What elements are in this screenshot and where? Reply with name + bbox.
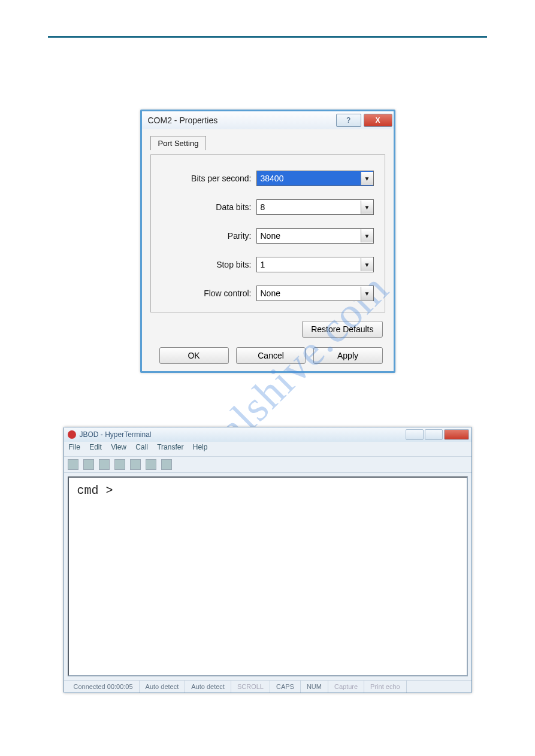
titlebar: JBOD - HyperTerminal <box>64 427 471 442</box>
flow-control-combo[interactable]: None ▼ <box>256 286 374 301</box>
toolbar-icon[interactable] <box>114 459 125 470</box>
menu-help[interactable]: Help <box>193 443 208 451</box>
window-title: JBOD - HyperTerminal <box>80 430 406 439</box>
help-button[interactable]: ? <box>336 114 361 127</box>
toolbar-icon[interactable] <box>99 459 110 470</box>
close-icon: X <box>375 116 380 125</box>
maximize-button[interactable] <box>425 429 443 440</box>
data-bits-label: Data bits: <box>162 202 256 212</box>
hyperterminal-window: JBOD - HyperTerminal File Edit View Call… <box>64 427 472 693</box>
toolbar <box>64 457 471 473</box>
terminal-prompt: cmd > <box>77 484 113 497</box>
toolbar-icon[interactable] <box>146 459 156 470</box>
chevron-down-icon: ▼ <box>361 287 373 300</box>
toolbar-icon[interactable] <box>68 459 78 470</box>
help-icon: ? <box>346 116 350 125</box>
settings-group: Bits per second: 38400 ▼ Data bits: 8 ▼ … <box>150 154 385 312</box>
menu-call[interactable]: Call <box>135 443 148 451</box>
stop-bits-value: 1 <box>257 260 361 269</box>
parity-label: Parity: <box>162 231 256 241</box>
cancel-button[interactable]: Cancel <box>236 347 306 364</box>
status-bar: Connected 00:00:05 Auto detect Auto dete… <box>64 680 471 693</box>
window-title: COM2 - Properties <box>148 116 335 125</box>
flow-control-label: Flow control: <box>162 289 256 298</box>
menu-view[interactable]: View <box>111 443 126 451</box>
parity-value: None <box>257 231 361 241</box>
toolbar-icon[interactable] <box>161 459 172 470</box>
terminal-output[interactable]: cmd > <box>68 476 468 676</box>
menu-bar: File Edit View Call Transfer Help <box>64 442 471 457</box>
apply-button[interactable]: Apply <box>313 347 383 364</box>
menu-edit[interactable]: Edit <box>89 443 102 451</box>
toolbar-icon[interactable] <box>130 459 141 470</box>
flow-control-value: None <box>257 289 361 298</box>
restore-defaults-button[interactable]: Restore Defaults <box>302 321 382 338</box>
status-capture: Capture <box>328 681 364 693</box>
chevron-down-icon: ▼ <box>361 258 373 271</box>
bits-per-second-value: 38400 <box>257 174 361 183</box>
bits-per-second-label: Bits per second: <box>162 174 256 183</box>
status-scroll: SCROLL <box>231 681 270 693</box>
chevron-down-icon: ▼ <box>361 172 373 185</box>
header-rule <box>48 36 487 38</box>
chevron-down-icon: ▼ <box>361 201 373 214</box>
close-button[interactable] <box>444 429 469 440</box>
chevron-down-icon: ▼ <box>361 229 373 242</box>
status-caps: CAPS <box>270 681 301 693</box>
status-num: NUM <box>301 681 328 693</box>
close-button[interactable]: X <box>364 114 392 127</box>
status-detect1: Auto detect <box>140 681 186 693</box>
stop-bits-combo[interactable]: 1 ▼ <box>256 257 374 272</box>
toolbar-icon[interactable] <box>83 459 94 470</box>
menu-file[interactable]: File <box>69 443 80 451</box>
status-connected: Connected 00:00:05 <box>68 681 140 693</box>
app-icon <box>68 430 76 439</box>
ok-button[interactable]: OK <box>159 347 229 364</box>
properties-dialog: COM2 - Properties ? X Port Setting Bits … <box>140 110 395 373</box>
titlebar: COM2 - Properties ? X <box>142 111 394 129</box>
stop-bits-label: Stop bits: <box>162 260 256 269</box>
data-bits-value: 8 <box>257 202 361 212</box>
bits-per-second-combo[interactable]: 38400 ▼ <box>256 171 374 186</box>
menu-transfer[interactable]: Transfer <box>157 443 183 451</box>
tab-port-setting[interactable]: Port Setting <box>150 136 207 150</box>
status-detect2: Auto detect <box>185 681 231 693</box>
data-bits-combo[interactable]: 8 ▼ <box>256 199 374 215</box>
status-print: Print echo <box>364 681 407 693</box>
minimize-button[interactable] <box>406 429 424 440</box>
parity-combo[interactable]: None ▼ <box>256 228 374 244</box>
